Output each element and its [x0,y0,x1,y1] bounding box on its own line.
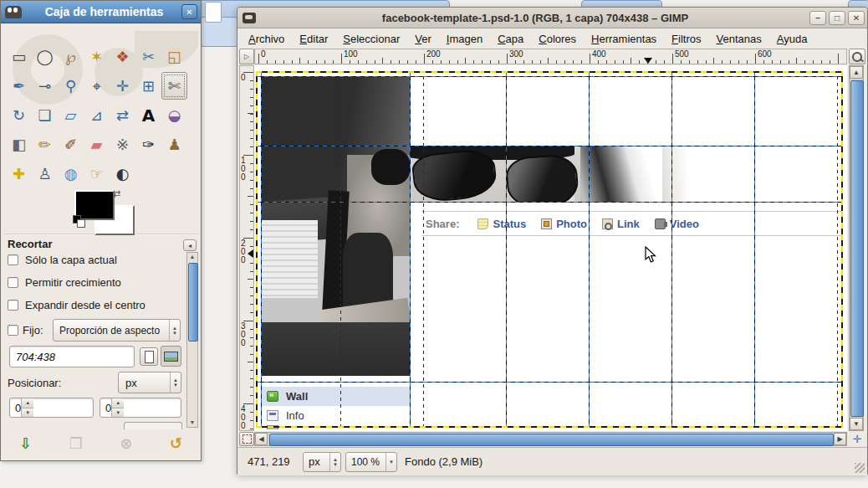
menu-editar[interactable]: Editar [292,29,335,49]
checkbox-solo-capa-actual[interactable] [8,254,18,265]
profile-nav-list: WallInfo [261,387,410,430]
menu-filtros[interactable]: Filtros [664,29,708,49]
tool-select-by-color[interactable]: ❖ [110,43,135,70]
vertical-scrollbar[interactable]: ▲ ▼ [849,65,864,431]
guide-line [261,71,262,428]
tool-shear[interactable]: ▱ [58,101,84,129]
tool-bucket-fill[interactable]: ◒ [161,101,187,129]
spinner-arrows-icon[interactable]: ▲▼ [21,398,33,417]
tool-smudge[interactable]: ☞ [84,160,110,187]
tool-heal[interactable]: ✚ [6,160,32,187]
tool-clone[interactable]: ♟ [161,131,187,158]
scroll-right-icon[interactable]: ▶ [834,433,846,445]
tool-rotate[interactable]: ↻ [6,101,32,129]
menu-ver[interactable]: Ver [407,29,439,49]
minimize-icon[interactable]: – [809,11,826,25]
vertical-scrollbar-thumb[interactable] [850,80,864,417]
share-item-label-photo: Photo [556,218,587,230]
nav-item-label-wall: Wall [286,390,308,403]
tool-align[interactable]: ⊞ [135,72,161,100]
tool-eraser[interactable]: ▰ [84,131,110,158]
scroll-down-icon[interactable]: ▼ [188,419,197,425]
vertical-ruler[interactable]: 0100200300400 [239,65,254,431]
toolbox-titlebar[interactable]: Caja de herramientas ✕ [1,1,201,23]
save-button[interactable]: ⇩ [19,434,32,452]
position-y-spinner[interactable]: 0 ▲▼ [100,398,181,418]
position-x-value: 0 [15,402,21,414]
resize-grip[interactable] [855,463,865,473]
ruler-corner-menu-button[interactable]: ▷ [239,49,254,64]
reset-button[interactable]: ↺ [170,434,182,452]
share-item-label-video: Video [670,218,699,230]
tool-blur-sharpen[interactable]: ◍ [58,160,84,187]
checkbox-expandir-desde-centro[interactable] [8,300,18,311]
scroll-down-icon[interactable]: ▼ [850,418,863,430]
options-scrollbar[interactable]: ▲ ▼ [186,252,198,428]
statusbar-unit-select[interactable]: px ▲▼ [303,452,341,472]
menu-imagen[interactable]: Imagen [439,29,490,49]
layer-boundary [256,71,843,73]
tool-dodge-burn[interactable]: ◐ [110,160,135,187]
scroll-up-icon[interactable]: ▲ [188,254,197,259]
menu-colores[interactable]: Colores [531,29,584,49]
tool-fuzzy-select[interactable]: ✶ [84,43,110,70]
tool-rect-select[interactable]: ▭ [6,43,32,70]
tool-ink[interactable]: ✑ [135,131,161,158]
pan-navigation-button[interactable]: ✛ [849,432,865,446]
aspect-ratio-select[interactable]: Proporción de aspecto ▲▼ [53,319,181,342]
zoom-follows-window-button[interactable] [849,49,865,64]
tool-measure[interactable]: ⌖ [84,72,110,100]
tool-zoom[interactable]: ⚲ [58,72,84,100]
horizontal-ruler[interactable]: 0100200300400500600 [254,49,847,64]
tool-pencil[interactable]: ✏ [32,131,58,158]
tool-ellipse-select[interactable]: ◯ [32,43,58,70]
horizontal-scrollbar-thumb[interactable] [269,434,834,446]
zoom-level-select[interactable]: 100 % ▼ [345,452,397,472]
mouse-cursor [645,246,656,264]
swap-colors-icon[interactable]: ⇄ [113,188,120,199]
tool-flip[interactable]: ⇄ [110,101,135,129]
collapse-options-button[interactable]: ◂ [183,239,197,251]
landscape-orientation-button[interactable] [161,346,181,367]
menu-archivo[interactable]: Archivo [241,29,292,49]
position-x-spinner[interactable]: 0 ▲▼ [9,398,94,418]
canvas-viewport[interactable]: Share: StatusPhotoLinkVideo WallInfo [254,65,847,431]
menu-capa[interactable]: Capa [490,29,531,49]
tool-airbrush[interactable]: ※ [110,131,135,158]
tool-free-select[interactable]: ℘ [58,43,84,70]
ratio-value: 704:438 [16,351,55,363]
horizontal-scrollbar[interactable]: ◀ ▶ [254,432,847,446]
position-unit-select[interactable]: px ▲▼ [118,372,181,393]
ratio-input[interactable]: 704:438 [9,346,135,367]
quick-mask-toggle-button[interactable] [239,432,254,446]
gimp-titlebar[interactable]: facebook-template-1.psd-1.0 (RGB, 1 capa… [237,8,867,28]
tool-foreground-select[interactable]: ◱ [161,43,187,70]
tool-scale[interactable]: ❏ [32,101,58,129]
tool-move[interactable]: ✛ [110,72,135,100]
default-colors-icon[interactable] [73,215,86,227]
tool-paths[interactable]: ✒ [6,72,32,100]
tool-paintbrush[interactable]: ✐ [58,131,84,158]
tool-gradient[interactable]: ◧ [6,131,32,158]
tool-perspective[interactable]: ⊿ [84,101,110,129]
fijo-checkbox[interactable] [8,325,18,336]
scroll-left-icon[interactable]: ◀ [255,433,268,445]
menu-herramientas[interactable]: Herramientas [584,29,664,49]
tool-perspective-clone[interactable]: ♙ [32,160,58,187]
menu-ventanas[interactable]: Ventanas [709,29,769,49]
tool-text[interactable]: A [135,101,161,129]
tool-color-picker[interactable]: ⊸ [32,72,58,100]
close-icon[interactable]: ✕ [181,4,197,19]
menu-ayuda[interactable]: Ayuda [769,29,815,49]
maximize-icon[interactable]: □ [829,11,845,25]
spinner-arrows-icon[interactable]: ▲▼ [111,398,124,417]
share-item-link: Link [602,218,640,230]
options-scrollbar-thumb[interactable] [188,263,198,342]
menu-seleccionar[interactable]: Seleccionar [335,29,407,49]
tool-crop[interactable]: ✄ [161,72,187,100]
checkbox-permitir-crecimiento[interactable] [8,277,18,288]
tool-scissors-select[interactable]: ✂ [135,43,161,70]
close-icon[interactable]: ✕ [848,11,865,25]
scroll-up-icon[interactable]: ▲ [850,66,863,79]
portrait-orientation-button[interactable] [140,347,158,366]
